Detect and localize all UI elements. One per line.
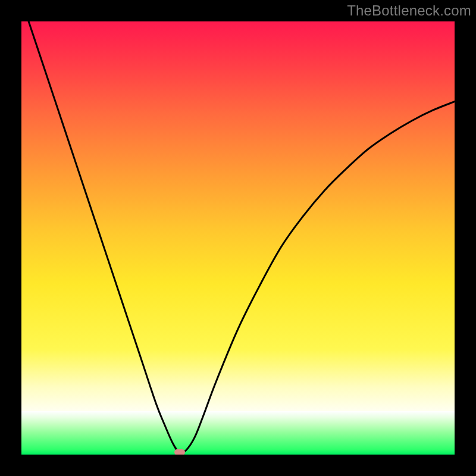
watermark-text: TheBottleneck.com <box>347 2 471 19</box>
plot-area <box>21 21 455 455</box>
curve-svg <box>21 21 455 455</box>
chart-frame: TheBottleneck.com <box>0 0 476 476</box>
bottleneck-curve <box>21 21 455 453</box>
minimum-marker <box>174 449 185 455</box>
